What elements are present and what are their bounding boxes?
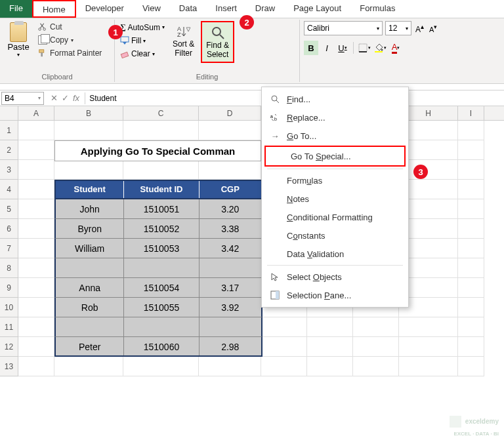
table-cell[interactable]: [200, 317, 261, 336]
cell[interactable]: [199, 357, 261, 376]
row-head[interactable]: 1: [0, 121, 18, 140]
col-head-A[interactable]: A: [18, 106, 54, 120]
cell[interactable]: [18, 160, 54, 180]
tab-home[interactable]: Home: [32, 0, 76, 18]
table-cell[interactable]: Anna: [56, 278, 124, 297]
cell[interactable]: [458, 160, 484, 180]
tab-formulas[interactable]: Formulas: [350, 0, 404, 18]
font-color-button[interactable]: A▾: [388, 41, 403, 55]
table-cell[interactable]: 1510052: [124, 219, 199, 238]
table-cell[interactable]: 1510053: [124, 239, 199, 258]
dd-replace[interactable]: ab Replace...: [262, 108, 408, 127]
cell[interactable]: [399, 317, 458, 337]
cell[interactable]: [18, 219, 54, 239]
cell[interactable]: [458, 180, 484, 199]
table-cell[interactable]: [56, 258, 124, 277]
table-cell[interactable]: Rob: [56, 298, 124, 317]
dd-formulas[interactable]: Formulas: [262, 171, 408, 190]
cell[interactable]: [307, 337, 353, 357]
italic-button[interactable]: I: [320, 41, 334, 55]
dd-cond-fmt[interactable]: Conditional Formatting: [262, 208, 408, 226]
tab-developer[interactable]: Developer: [76, 0, 133, 18]
cell[interactable]: [458, 337, 484, 357]
decrease-font-button[interactable]: A▾: [428, 23, 438, 33]
clear-button[interactable]: Clear ▾: [119, 48, 166, 60]
th-student-id[interactable]: Student ID: [124, 181, 199, 198]
row-head[interactable]: 10: [0, 298, 18, 317]
row-head[interactable]: 8: [0, 258, 18, 278]
cell[interactable]: [458, 199, 484, 219]
copy-button[interactable]: Copy ▾: [35, 34, 104, 46]
row-head[interactable]: 3: [0, 160, 18, 180]
cell[interactable]: [353, 337, 399, 357]
cell[interactable]: [458, 298, 484, 317]
cell[interactable]: [18, 180, 54, 199]
cell[interactable]: [458, 140, 484, 160]
row-head[interactable]: 5: [0, 199, 18, 219]
cell[interactable]: [18, 199, 54, 219]
th-cgpa[interactable]: CGP: [200, 181, 261, 198]
cell[interactable]: [18, 317, 54, 337]
cell[interactable]: [353, 317, 399, 337]
tab-page-layout[interactable]: Page Layout: [284, 0, 350, 18]
row-head[interactable]: 7: [0, 239, 18, 258]
table-cell[interactable]: 1510055: [124, 298, 199, 317]
cell[interactable]: [458, 239, 484, 258]
table-cell[interactable]: 3.38: [200, 219, 261, 238]
dd-constants[interactable]: Constants: [262, 226, 408, 245]
tab-view[interactable]: View: [133, 0, 170, 18]
cell[interactable]: [123, 357, 199, 376]
cell[interactable]: [399, 337, 458, 357]
cell[interactable]: [261, 317, 307, 337]
cell[interactable]: [458, 317, 484, 337]
font-size-select[interactable]: 12▾: [385, 21, 411, 35]
table-cell[interactable]: 3.17: [200, 278, 261, 297]
row-head[interactable]: 6: [0, 219, 18, 239]
cell[interactable]: [307, 317, 353, 337]
cell[interactable]: [199, 160, 261, 180]
autosum-button[interactable]: ∑ AutoSum ▾: [119, 21, 166, 33]
fill-color-button[interactable]: ▾: [373, 41, 387, 55]
table-cell[interactable]: 1510060: [124, 337, 199, 355]
dd-find[interactable]: Find...: [262, 90, 408, 108]
row-head[interactable]: 11: [0, 317, 18, 337]
table-cell[interactable]: 3.92: [200, 298, 261, 317]
dd-notes[interactable]: Notes: [262, 190, 408, 208]
select-all-corner[interactable]: [0, 106, 18, 120]
dd-goto[interactable]: → Go To...: [262, 127, 408, 145]
row-head[interactable]: 4: [0, 180, 18, 199]
dd-selection-pane[interactable]: Selection Pane...: [262, 286, 408, 304]
enter-formula-icon[interactable]: ✓: [62, 93, 69, 103]
cell[interactable]: [458, 278, 484, 298]
tab-draw[interactable]: Draw: [246, 0, 284, 18]
underline-button[interactable]: U▾: [335, 41, 350, 55]
table-cell[interactable]: 2.98: [200, 337, 261, 355]
sort-filter-button[interactable]: AZ Sort & Filter: [169, 21, 198, 60]
cell[interactable]: [18, 239, 54, 258]
table-cell[interactable]: 3.20: [200, 199, 261, 218]
tab-file[interactable]: File: [0, 0, 32, 18]
table-cell[interactable]: [200, 258, 261, 277]
title-cell[interactable]: Applying Go To Special Comman: [54, 140, 261, 161]
row-head[interactable]: 2: [0, 140, 18, 160]
cell[interactable]: [123, 160, 199, 180]
cell[interactable]: [18, 258, 54, 278]
borders-button[interactable]: ▾: [357, 41, 371, 55]
dd-select-objects[interactable]: Select Objects: [262, 268, 408, 286]
cell[interactable]: [54, 357, 123, 376]
col-head-D[interactable]: D: [199, 106, 261, 120]
table-cell[interactable]: [124, 317, 199, 336]
cell[interactable]: [18, 298, 54, 317]
cell[interactable]: [54, 160, 123, 180]
cell[interactable]: [261, 337, 307, 357]
tab-insert[interactable]: Insert: [206, 0, 246, 18]
cell[interactable]: [18, 337, 54, 357]
cell[interactable]: [458, 357, 484, 376]
cell[interactable]: [399, 357, 458, 376]
table-cell[interactable]: 1510051: [124, 199, 199, 218]
col-head-B[interactable]: B: [54, 106, 123, 120]
increase-font-button[interactable]: A▴: [414, 23, 425, 34]
table-cell[interactable]: [56, 317, 124, 336]
fill-button[interactable]: Fill ▾: [119, 35, 166, 47]
table-cell[interactable]: 1510054: [124, 278, 199, 297]
